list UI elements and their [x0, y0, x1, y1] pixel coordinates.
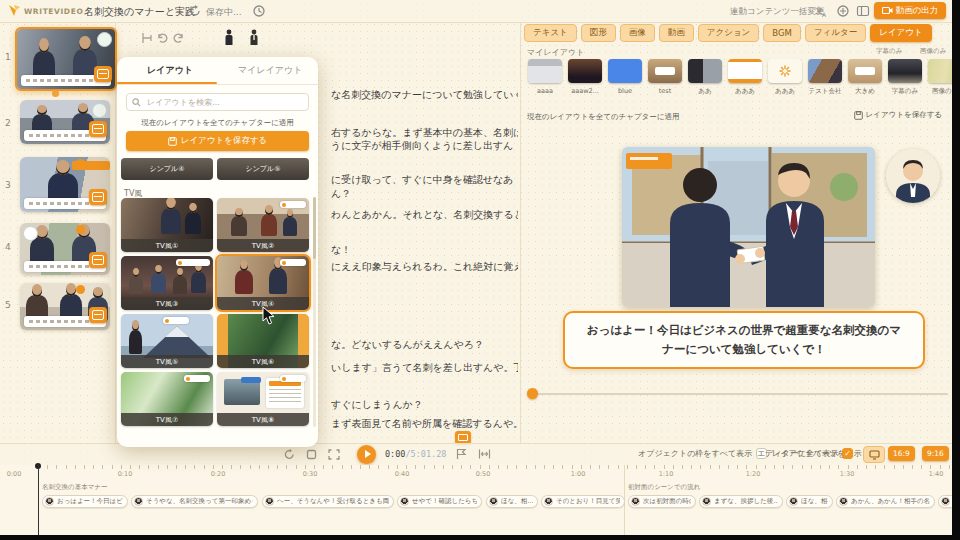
script-line[interactable]: いします」言うて名刺を差し出すんや。丁 [331, 361, 518, 375]
script-line[interactable]: な。どないするんがええんやろ？ [331, 338, 484, 352]
undo-icon[interactable] [155, 30, 169, 46]
panel-layout-icon[interactable] [856, 4, 870, 18]
layout-item-tv7[interactable]: TV風⑦ [121, 372, 213, 426]
script-line[interactable]: うに文字が相手側向くように差し出すん [331, 139, 513, 153]
preview-illustration[interactable] [622, 147, 875, 307]
timeline-clip[interactable]: まずな、挨拶した後... [699, 495, 783, 508]
script-line[interactable]: に受け取って、すぐに中身を確認せなあ [331, 173, 514, 187]
preview-seekbar[interactable] [536, 393, 948, 395]
my-layout-thumb[interactable] [608, 59, 642, 83]
bulk-change-link[interactable]: 連動コンテンツ一括変更 [730, 6, 825, 18]
timeline[interactable]: 0:00 0:10 0:20 0:30 0:40 0:50 1:00 1:10 … [0, 465, 960, 536]
my-layout-item[interactable]: 大きめ [848, 59, 882, 96]
subtitle-box[interactable]: おっはよー！今日はビジネスの世界で超重要な名刺交換のマナーについて勉強していくで… [563, 311, 925, 369]
chapter-4-layout-button[interactable] [89, 252, 107, 268]
chapter-3-layout-button[interactable] [89, 189, 107, 205]
preview-seekbar-handle[interactable] [527, 388, 538, 399]
project-title[interactable]: 名刺交換のマナーと実践 [84, 5, 195, 19]
tab-text[interactable]: テキスト [524, 24, 577, 42]
playhead-line[interactable] [38, 465, 39, 536]
script-line[interactable]: な！ [331, 243, 351, 257]
tab-bgm[interactable]: BGM [763, 24, 801, 42]
layout-item-tv3[interactable]: TV風③ [121, 256, 213, 310]
popup-scrollbar[interactable] [313, 197, 316, 427]
translate-icon[interactable]: 文A [814, 4, 828, 18]
marker-flag-icon[interactable] [455, 448, 467, 460]
my-layout-thumb[interactable] [568, 59, 602, 83]
chapter-1-layout-button[interactable] [94, 66, 112, 82]
apply-layout-all-chapters-link[interactable]: 現在のレイアウトを全てのチャプターに適用 [527, 112, 679, 122]
stop-icon[interactable] [306, 449, 317, 460]
snap-grid-icon[interactable] [140, 30, 154, 46]
presenter-avatar[interactable] [886, 149, 940, 203]
my-layout-item[interactable]: aaaw2... [568, 59, 602, 95]
script-line[interactable]: まず表面見て名前や所属を確認するんや。 [331, 417, 518, 431]
timeline-clip[interactable]: あかん、あかん！相手の名... [836, 495, 935, 508]
layout-item-tv2[interactable]: TV風② [217, 198, 309, 252]
chapter-card-4[interactable] [20, 223, 110, 275]
timeline-clip[interactable]: そのとおり！目見て笑... [541, 495, 625, 508]
script-editor[interactable]: な名刺交換のマナーについて勉強していく 右するからな。まず基本中の基本、名刺は … [322, 70, 518, 440]
script-line[interactable]: わんとあかん。それとな、名刺交換すると [331, 208, 518, 222]
save-layout-link[interactable]: レイアウトを保存する [854, 110, 942, 120]
tab-shape[interactable]: 図形 [581, 24, 616, 42]
my-layout-item[interactable]: ああ [688, 59, 722, 96]
tab-video[interactable]: 動画 [659, 24, 694, 42]
layout-item-tv5[interactable]: TV風⑤ [121, 314, 213, 368]
my-layout-item[interactable]: aaaa [528, 59, 562, 95]
chapter-2-layout-button[interactable] [89, 121, 107, 137]
ratio-16-9-button[interactable]: 16:9 [888, 446, 915, 461]
tab-action[interactable]: アクション [698, 24, 760, 42]
checkbox-box-checked[interactable]: ✓ [842, 448, 853, 459]
timeline-clip[interactable]: おっはよー！今日はビ... [42, 495, 128, 508]
my-layout-thumb[interactable] [888, 59, 922, 83]
my-layout-thumb[interactable] [648, 59, 682, 83]
my-layout-item[interactable]: test [648, 59, 682, 95]
layout-search-box[interactable] [126, 93, 309, 111]
layout-search-input[interactable] [145, 97, 289, 108]
refresh-icon[interactable] [188, 4, 202, 18]
tab-layout[interactable]: レイアウト [870, 24, 932, 42]
selection-frame-icon[interactable] [328, 449, 340, 460]
redo-icon[interactable] [172, 30, 186, 46]
script-line[interactable]: ん？ [331, 187, 351, 201]
my-layout-item[interactable]: 字幕のみ [888, 59, 922, 96]
timeline-clip[interactable]: へー、そうなんや！受け取るときも両... [262, 495, 394, 508]
popup-save-layout-button[interactable]: レイアウトを保存する [126, 131, 309, 151]
popup-apply-all-link[interactable]: 現在のレイアウトを全てのチャプターに適用 [117, 118, 318, 128]
chapter-card-1[interactable] [15, 27, 117, 91]
timeline-clip[interactable]: そうやな、名刺交換って第一印象めっ... [131, 495, 258, 508]
ratio-9-16-button[interactable]: 9:16 [922, 446, 949, 461]
rotate-icon[interactable] [283, 448, 296, 461]
chapter-card-2[interactable] [20, 100, 110, 144]
script-line[interactable]: 右するからな。まず基本中の基本、名刺は [331, 126, 518, 140]
checkbox-show-object-frames[interactable]: オブジェクトの枠をすべて表示 [638, 448, 767, 459]
layout-item-tv4-selected[interactable]: TV風④ [217, 256, 309, 310]
chapter-card-5[interactable] [20, 283, 110, 330]
my-layout-thumb[interactable] [688, 59, 722, 83]
tab-filter[interactable]: フィルター [805, 24, 866, 42]
chapter-5-layout-button[interactable] [89, 307, 107, 323]
my-layout-thumb[interactable] [848, 59, 882, 83]
my-layout-item[interactable]: blue [608, 59, 642, 95]
timeline-clip[interactable]: 次は初対面の時の... [628, 495, 696, 508]
character-1-icon[interactable] [222, 29, 236, 45]
my-layout-item[interactable]: あああ [768, 59, 802, 96]
my-layout-thumb[interactable] [768, 59, 802, 83]
script-line[interactable]: な名刺交換のマナーについて勉強していく [331, 88, 518, 102]
popup-tab-mylayout[interactable]: マイレイアウト [238, 64, 302, 77]
my-layout-thumb[interactable] [808, 59, 842, 83]
export-video-button[interactable]: 動画の出力 [874, 2, 946, 19]
layout-item-simple[interactable]: シンプル⑤ [217, 158, 309, 180]
layout-item-simple[interactable]: シンプル④ [121, 158, 213, 180]
popup-tab-layout[interactable]: レイアウト [147, 64, 193, 77]
my-layout-thumb[interactable] [728, 59, 762, 83]
my-layout-thumb[interactable] [528, 59, 562, 83]
chapter-card-3[interactable] [20, 157, 110, 212]
script-line[interactable]: にええ印象与えられるわ。これ絶対に覚え [331, 260, 518, 274]
timeline-clip[interactable]: ほな、相... [486, 495, 538, 508]
my-layout-item[interactable]: あああ [728, 59, 762, 96]
timeline-ruler[interactable]: 0:00 0:10 0:20 0:30 0:40 0:50 1:00 1:10 … [0, 465, 960, 475]
tab-image[interactable]: 画像 [620, 24, 655, 42]
sync-icon[interactable] [836, 4, 850, 18]
